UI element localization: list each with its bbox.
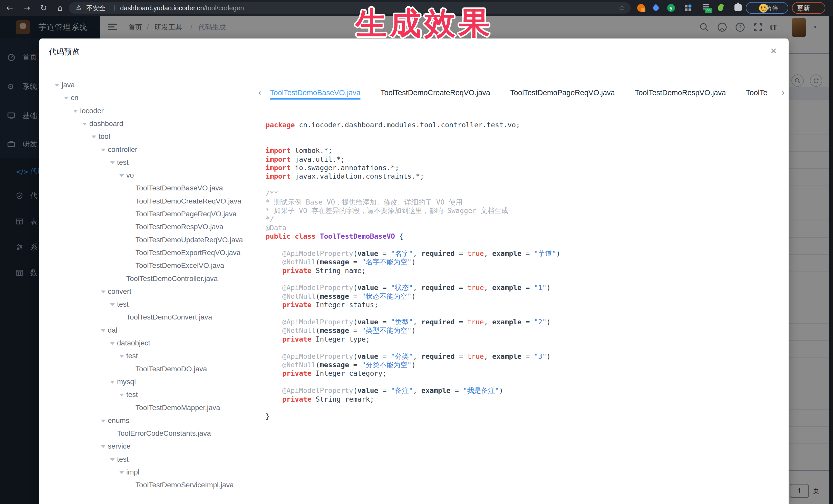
extension-icon-drop[interactable] (652, 4, 660, 12)
tree-node[interactable]: ToolTestDemoUpdateReqVO.java (39, 234, 260, 246)
tree-node[interactable]: ToolTestDemoCreateReqVO.java (39, 195, 260, 208)
caret-down-icon[interactable] (110, 458, 115, 461)
code-line: * 测试示例 Base VO，提供给添加、修改、详细的子 VO 使用 (266, 198, 787, 206)
tree-node-label: ToolTestDemoCreateReqVO.java (136, 195, 241, 208)
tree-node[interactable]: service (39, 440, 260, 453)
caret-down-icon[interactable] (101, 419, 105, 423)
caret-down-icon[interactable] (110, 303, 115, 306)
tree-node-label: mysql (117, 376, 136, 388)
file-tab[interactable]: ToolTe (746, 86, 767, 101)
tree-node[interactable]: iocoder (39, 104, 260, 117)
tree-node[interactable]: ToolTestDemoExcelVO.java (39, 259, 260, 272)
caret-down-icon[interactable] (110, 342, 115, 345)
tree-node-label: ToolTestDemoUpdateReqVO.java (136, 234, 243, 246)
caret-down-icon[interactable] (119, 174, 124, 177)
caret-down-icon[interactable] (55, 84, 59, 87)
code-line: public class ToolTestDemoBaseVO { (266, 232, 787, 240)
forward-icon[interactable]: → (21, 0, 33, 16)
tree-node[interactable]: ToolErrorCodeConstants.java (39, 427, 260, 440)
reload-icon[interactable]: ↻ (38, 0, 50, 16)
tree-node[interactable]: test (39, 453, 260, 466)
tree-node[interactable]: enums (39, 414, 260, 427)
home-icon[interactable]: ⌂ (54, 0, 66, 16)
tree-node[interactable]: ToolTestDemoPageReqVO.java (39, 208, 260, 220)
address-bar[interactable]: ⚠ 不安全 dashboard.yudao.iocoder.cn/tool/co… (69, 2, 631, 14)
tree-node[interactable]: mysql (39, 376, 260, 388)
code-line: */ (266, 215, 787, 223)
file-tab[interactable]: ToolTestDemoPageReqVO.java (510, 86, 615, 101)
tree-node[interactable]: test (39, 350, 260, 362)
tree-node[interactable]: vo (39, 169, 260, 182)
caret-down-icon[interactable] (101, 149, 105, 151)
file-tab[interactable]: ToolTestDemoRespVO.java (635, 86, 726, 101)
tree-node[interactable]: tool (39, 130, 260, 143)
tree-node-label: iocoder (80, 104, 104, 117)
url-text[interactable]: dashboard.yudao.iocoder.cn/tool/codegen (120, 2, 244, 14)
profile-paused-chip[interactable]: 已暂停 (746, 2, 788, 14)
caret-down-icon[interactable] (82, 123, 87, 125)
caret-down-icon[interactable] (110, 162, 115, 164)
close-icon[interactable]: ✕ (770, 46, 777, 56)
tabs-next-icon[interactable]: › (781, 86, 785, 99)
browser-menu-icon[interactable]: ⋮ (797, 3, 822, 14)
extension-icon-orange[interactable]: 1 (637, 4, 645, 12)
tree-node[interactable]: ToolTestDemoDO.java (39, 363, 260, 376)
caret-down-icon[interactable] (64, 97, 69, 100)
tree-node[interactable]: dal (39, 324, 260, 337)
security-label[interactable]: 不安全 (86, 2, 105, 14)
tree-node-label: convert (108, 285, 132, 298)
tree-node[interactable]: impl (39, 466, 260, 479)
extension-icon-leaf[interactable] (717, 4, 724, 12)
tabs-prev-icon[interactable]: ‹ (258, 86, 262, 99)
tree-node-label: cn (71, 91, 78, 104)
tree-node-label: ToolErrorCodeConstants.java (117, 427, 211, 440)
code-line: private Integer status; (266, 301, 787, 309)
extensions-puzzle-icon[interactable] (735, 4, 742, 11)
tree-node-label: java (62, 78, 75, 91)
tree-node[interactable]: test (39, 298, 260, 311)
caret-down-icon[interactable] (101, 445, 105, 448)
tree-node[interactable]: java (39, 78, 260, 91)
tree-node[interactable]: ToolTestDemoExportReqVO.java (39, 246, 260, 259)
bookmark-star-icon[interactable]: ☆ (619, 2, 625, 14)
code-preview-dialog: 代码预览 ✕ javacniocoderdashboardtoolcontrol… (39, 39, 789, 504)
tree-node-label: ToolTestDemoExportReqVO.java (136, 246, 240, 259)
caret-down-icon[interactable] (119, 355, 124, 358)
extension-icon-grid[interactable] (685, 5, 691, 11)
tree-node-label: ToolTestDemoMapper.java (136, 401, 220, 414)
tree-node[interactable]: ToolTestDemoBaseVO.java (39, 182, 260, 194)
file-tab[interactable]: ToolTestDemoBaseVO.java (270, 86, 361, 101)
file-tab[interactable]: ToolTestDemoCreateReqVO.java (381, 86, 490, 101)
tree-node[interactable]: dashboard (39, 117, 260, 130)
back-icon[interactable]: ← (4, 0, 16, 16)
caret-down-icon[interactable] (119, 394, 124, 397)
extension-icon-list[interactable]: on (703, 4, 709, 11)
scrollbar[interactable] (829, 16, 833, 504)
file-tabs: ToolTestDemoBaseVO.javaToolTestDemoCreat… (270, 86, 777, 101)
tree-node-label: ToolTestDemoController.java (126, 272, 218, 285)
tree-node[interactable]: test (39, 156, 260, 169)
extension-icon-y[interactable]: y (667, 4, 675, 12)
browser-update-button[interactable]: 更新 ⋮ (792, 2, 825, 14)
tree-node[interactable]: ToolTestDemoMapper.java (39, 401, 260, 414)
tree-node[interactable]: controller (39, 143, 260, 156)
caret-down-icon[interactable] (119, 471, 124, 474)
caret-down-icon[interactable] (73, 110, 78, 113)
tree-node[interactable]: ToolTestDemoConvert.java (39, 311, 260, 323)
code-viewer[interactable]: package cn.iocoder.dashboard.modules.too… (266, 121, 787, 421)
tree-node[interactable]: ToolTestDemoRespVO.java (39, 220, 260, 233)
caret-down-icon[interactable] (101, 329, 105, 332)
caret-down-icon[interactable] (92, 136, 96, 138)
caret-down-icon[interactable] (110, 381, 115, 384)
annotation-text: 生成效果 (355, 3, 493, 45)
tree-node[interactable]: ToolTestDemoServiceImpl.java (39, 479, 260, 491)
caret-down-icon[interactable] (101, 290, 105, 293)
tree-node[interactable]: test (39, 388, 260, 401)
tree-node[interactable]: ToolTestDemoController.java (39, 272, 260, 285)
tree-node[interactable]: dataobject (39, 337, 260, 350)
code-line: import java.util.*; (266, 155, 787, 164)
code-line: private Integer category; (266, 369, 787, 378)
code-line: @ApiModelProperty(value = "名字", required… (266, 249, 787, 258)
tree-node[interactable]: convert (39, 285, 260, 298)
tree-node[interactable]: cn (39, 91, 260, 104)
